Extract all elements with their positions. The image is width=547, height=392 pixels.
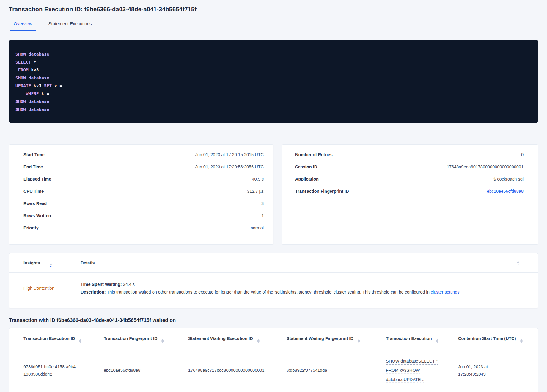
sort-icon[interactable] xyxy=(520,339,523,343)
tab-overview[interactable]: Overview xyxy=(10,19,36,31)
detail-label: Elapsed Time xyxy=(23,177,51,181)
detail-label: CPU Time xyxy=(23,189,44,194)
detail-value: 0 xyxy=(521,152,524,157)
detail-row-rows-read: Rows Read 3 xyxy=(23,201,264,213)
column-header-txn-execution-id[interactable]: Transaction Execution ID xyxy=(23,336,104,350)
insight-row: High Contention Time Spent Waiting: 34.4… xyxy=(9,272,538,304)
column-header-txn-fingerprint-id[interactable]: Transaction Fingerprint ID xyxy=(104,336,188,350)
waited-on-heading: Transaction with ID f6be6366-da03-48de-a… xyxy=(9,317,538,323)
summary-cards: Start Time Jun 01, 2023 at 17:20:15:2015… xyxy=(9,144,538,245)
sort-icon[interactable] xyxy=(257,339,260,343)
column-header-stmt-waiting-fingerprint-id[interactable]: Statement Waiting Fingerprint ID xyxy=(287,336,386,350)
detail-value: $ cockroach sql xyxy=(493,177,524,181)
insights-table-header: Insights Details xyxy=(9,253,538,272)
sql-statement: SHOW databaseSELECT * FROM kv3SHOW datab… xyxy=(15,50,532,113)
cell-txn-fingerprint-id: ebc10ae56cfd88a8 xyxy=(104,367,188,374)
detail-label: Rows Written xyxy=(23,213,51,218)
waited-on-table-card: Transaction Execution ID Transaction Fin… xyxy=(9,328,538,392)
details-column-header[interactable]: Details xyxy=(81,261,524,272)
detail-value: Jun 01, 2023 at 17:20:15:2015 UTC xyxy=(195,152,264,157)
waited-on-table-header: Transaction Execution ID Transaction Fin… xyxy=(9,328,538,350)
detail-value: 17648a9eea6017800000000000000001 xyxy=(447,164,524,169)
column-header-stmt-waiting-execution-id[interactable]: Statement Waiting Execution ID xyxy=(188,336,287,350)
detail-label: Transaction Fingerprint ID xyxy=(295,189,349,194)
insights-table-card: Insights Details High Contention Time Sp… xyxy=(9,253,538,308)
cell-stmt-waiting-execution-id: 176498a9c717bdc80000000000000001 xyxy=(188,367,287,374)
insights-column-header[interactable]: Insights xyxy=(23,261,81,272)
tab-statement-executions[interactable]: Statement Executions xyxy=(45,19,95,31)
sort-icon[interactable] xyxy=(79,339,81,343)
detail-value: 312.7 µs xyxy=(247,189,264,194)
transaction-execution-page: Transaction Execution ID: f6be6366-da03-… xyxy=(0,0,547,392)
cluster-settings-link[interactable]: cluster settings xyxy=(431,290,460,294)
sql-statement-box: SHOW databaseSELECT * FROM kv3SHOW datab… xyxy=(9,40,538,123)
detail-row-start-time: Start Time Jun 01, 2023 at 17:20:15:2015… xyxy=(23,152,264,164)
insight-description: Description: This transaction waited on … xyxy=(81,288,524,296)
sort-icon[interactable] xyxy=(358,339,360,343)
detail-value: Jun 01, 2023 at 17:20:56:2056 UTC xyxy=(195,164,264,169)
detail-value: 3 xyxy=(261,201,264,206)
sort-icon[interactable] xyxy=(517,261,519,265)
sort-icon[interactable] xyxy=(50,264,52,267)
session-details-card: Number of Retries 0 Session ID 17648a9ee… xyxy=(282,144,538,245)
detail-row-rows-written: Rows Written 1 xyxy=(23,213,264,225)
transaction-fingerprint-link[interactable]: ebc10ae56cfd88a8 xyxy=(487,189,524,194)
cell-contention-start-time: Jun 01, 2023 at 17:20:49:2049 xyxy=(458,363,524,378)
detail-value: 1 xyxy=(261,213,264,218)
sort-icon[interactable] xyxy=(436,339,438,343)
cell-transaction-execution-link[interactable]: SHOW databaseSELECT * FROM kv3SHOW datab… xyxy=(386,357,458,384)
detail-row-retries: Number of Retries 0 xyxy=(295,152,524,164)
detail-label: Rows Read xyxy=(23,201,47,206)
detail-row-session-id: Session ID 17648a9eea6017800000000000000… xyxy=(295,164,524,177)
time-spent-waiting: Time Spent Waiting: 34.4 s xyxy=(81,280,524,288)
table-row: 9738d051-bc0e-4158-a9b4-1903586ddd42 ebc… xyxy=(9,350,538,391)
detail-row-end-time: End Time Jun 01, 2023 at 17:20:56:2056 U… xyxy=(23,164,264,177)
tab-bar: Overview Statement Executions xyxy=(9,19,538,31)
detail-label: End Time xyxy=(23,164,43,169)
detail-label: Start Time xyxy=(23,152,45,157)
cell-stmt-waiting-fingerprint-id: \xdb8922f077541dda xyxy=(287,367,386,374)
detail-row-txn-fingerprint-id: Transaction Fingerprint ID ebc10ae56cfd8… xyxy=(295,189,524,201)
sort-icon[interactable] xyxy=(161,339,164,343)
detail-value: normal xyxy=(251,225,264,230)
detail-label: Priority xyxy=(23,225,39,230)
detail-value: 40.9 s xyxy=(252,177,264,181)
detail-label: Application xyxy=(295,177,319,181)
execution-details-card: Start Time Jun 01, 2023 at 17:20:15:2015… xyxy=(9,144,274,245)
detail-label: Number of Retries xyxy=(295,152,333,157)
detail-label: Session ID xyxy=(295,164,317,169)
detail-row-application: Application $ cockroach sql xyxy=(295,177,524,189)
insight-details: Time Spent Waiting: 34.4 s Description: … xyxy=(81,280,524,296)
cell-txn-execution-id: 9738d051-bc0e-4158-a9b4-1903586ddd42 xyxy=(23,363,104,378)
page-title: Transaction Execution ID: f6be6366-da03-… xyxy=(9,0,538,13)
detail-row-cpu-time: CPU Time 312.7 µs xyxy=(23,189,264,201)
detail-row-elapsed-time: Elapsed Time 40.9 s xyxy=(23,177,264,189)
insight-type-label: High Contention xyxy=(23,286,81,291)
column-header-contention-start-time[interactable]: Contention Start Time (UTC) xyxy=(458,336,524,350)
column-header-transaction-execution[interactable]: Transaction Execution xyxy=(386,336,458,350)
detail-row-priority: Priority normal xyxy=(23,225,264,238)
